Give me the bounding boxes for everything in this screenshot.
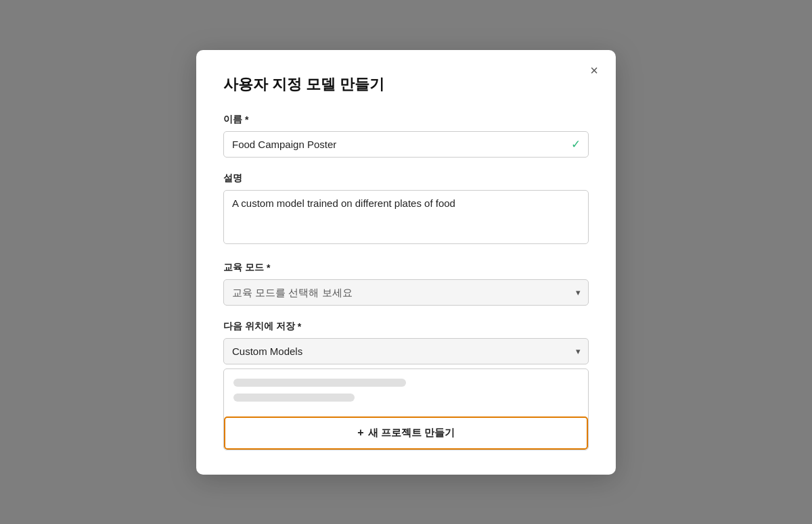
new-project-button[interactable]: + 새 프로젝트 만들기 xyxy=(224,416,588,450)
skeleton-line-1 xyxy=(233,379,406,387)
training-mode-select[interactable]: 교육 모드를 선택해 보세요 xyxy=(223,279,589,306)
skeleton-content xyxy=(224,369,588,416)
training-mode-label: 교육 모드 * xyxy=(223,262,589,274)
modal-overlay: × 사용자 지정 모델 만들기 이름 * ✓ 설명 A custom model… xyxy=(0,0,812,524)
save-location-select-wrapper: Custom Models ▾ xyxy=(223,338,589,364)
save-location-select[interactable]: Custom Models xyxy=(223,338,589,364)
modal-dialog: × 사용자 지정 모델 만들기 이름 * ✓ 설명 A custom model… xyxy=(196,50,616,475)
modal-title: 사용자 지정 모델 만들기 xyxy=(223,74,589,95)
training-mode-select-wrapper: 교육 모드를 선택해 보세요 ▾ xyxy=(223,279,589,306)
name-input-wrapper: ✓ xyxy=(223,131,589,158)
skeleton-line-2 xyxy=(233,394,355,402)
name-label: 이름 * xyxy=(223,114,589,126)
new-project-label: 새 프로젝트 만들기 xyxy=(368,427,455,439)
check-icon: ✓ xyxy=(571,137,581,151)
description-label: 설명 xyxy=(223,172,589,185)
description-field-group: 설명 A custom model trained on different p… xyxy=(223,172,589,247)
training-mode-field-group: 교육 모드 * 교육 모드를 선택해 보세요 ▾ xyxy=(223,262,589,306)
name-field-group: 이름 * ✓ xyxy=(223,114,589,158)
save-location-label: 다음 위치에 저장 * xyxy=(223,320,589,333)
plus-icon: + xyxy=(357,427,363,439)
name-input[interactable] xyxy=(223,131,589,158)
save-location-field-group: 다음 위치에 저장 * Custom Models ▾ + 새 프로젝트 만들기 xyxy=(223,320,589,450)
location-dropdown-panel: + 새 프로젝트 만들기 xyxy=(223,368,589,450)
description-input[interactable]: A custom model trained on different plat… xyxy=(223,190,589,244)
close-button[interactable]: × xyxy=(586,62,602,78)
